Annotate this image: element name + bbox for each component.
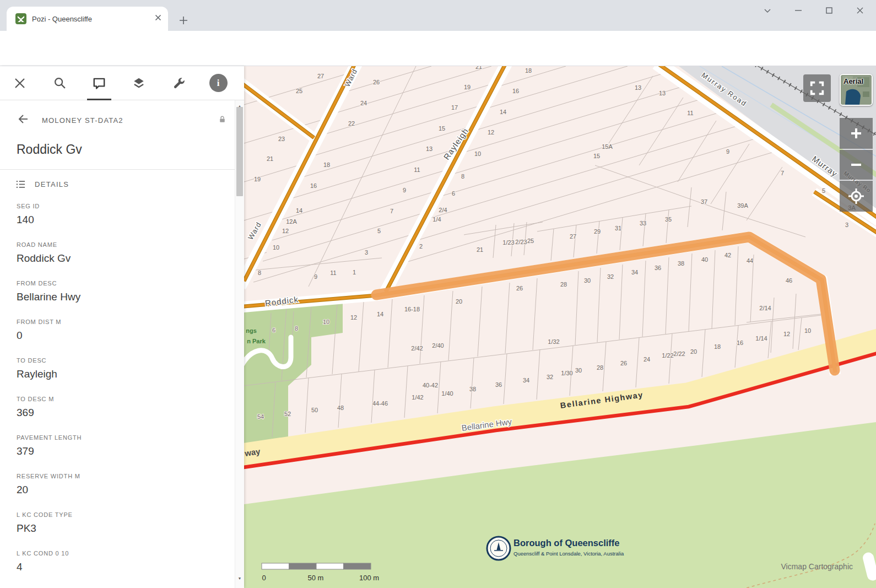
detail-field: ROAD NAME Roddick Gv xyxy=(17,241,218,264)
parcel-number-label: 21 xyxy=(267,155,273,162)
field-value: 20 xyxy=(17,484,218,495)
scrollbar-thumb[interactable] xyxy=(236,107,243,196)
parcel-number-label: 44 xyxy=(747,257,753,264)
new-tab-button[interactable] xyxy=(176,13,191,28)
field-value: Bellarine Hwy xyxy=(17,291,218,303)
parcel-number-label: 10 xyxy=(804,327,811,334)
map-attribution: Vicmap Cartographic xyxy=(781,562,853,571)
parcel-number-label: 16-18 xyxy=(404,306,420,312)
field-label: TO DESC xyxy=(17,357,218,364)
parcel-number-label: 7 xyxy=(390,208,393,214)
svg-text:0: 0 xyxy=(262,574,266,582)
window-chevron-icon[interactable] xyxy=(759,2,776,19)
road-name-label: ngs xyxy=(246,327,257,334)
detail-field: FROM DESC Bellarine Hwy xyxy=(17,279,218,303)
layers-icon[interactable] xyxy=(119,66,159,100)
parcel-number-label: 19 xyxy=(254,176,261,182)
parcel-number-label: 2/23 xyxy=(515,239,527,245)
sidebar-scrollbar[interactable]: ▲ ▼ xyxy=(235,100,244,588)
detail-field: L KC CODE TYPE PK3 xyxy=(17,511,218,534)
parcel-number-label: 27 xyxy=(317,73,324,79)
close-panel-icon[interactable] xyxy=(0,66,40,100)
fullscreen-button[interactable] xyxy=(803,74,831,102)
zoom-out-button[interactable] xyxy=(840,150,873,180)
parcel-number-label: 12 xyxy=(282,228,289,234)
basemap-toggle-button[interactable]: Aerial xyxy=(840,74,873,106)
detail-field: L KC COND 0 10 4 xyxy=(17,549,218,573)
parcel-number-label: 25 xyxy=(296,88,302,94)
parcel-number-label: 39A xyxy=(737,202,748,209)
parcel-number-label: 48 xyxy=(337,404,344,411)
parcel-number-label: 34 xyxy=(631,269,638,276)
tab-close-icon[interactable] xyxy=(154,13,163,24)
detail-field: SEG ID 140 xyxy=(17,202,218,225)
detail-field: PAVEMENT LENGTH 379 xyxy=(17,434,218,457)
parcel-number-label: 8 xyxy=(461,173,464,180)
tools-wrench-icon[interactable] xyxy=(159,66,198,100)
road-name-label: n Park xyxy=(247,338,266,344)
parcel-number-label: 8 xyxy=(295,325,298,332)
field-value: PK3 xyxy=(17,522,218,534)
parcel-number-label: 1/4 xyxy=(432,216,441,223)
parcel-number-label: 13 xyxy=(635,84,641,91)
parcel-number-label: 2/14 xyxy=(759,305,771,311)
scroll-down-icon[interactable]: ▼ xyxy=(235,574,244,582)
feature-title: Roddick Gv xyxy=(0,128,235,170)
search-icon[interactable] xyxy=(40,66,79,100)
parcel-number-label: 54 xyxy=(257,413,264,420)
parcel-number-label: 20 xyxy=(690,348,697,355)
parcel-number-label: 1/42 xyxy=(412,394,423,401)
window-minimize-icon[interactable] xyxy=(790,2,807,19)
parcel-number-label: 12A xyxy=(286,218,297,225)
details-header[interactable]: DETAILS xyxy=(0,170,235,195)
window-maximize-icon[interactable] xyxy=(821,2,837,19)
feature-panel: MOLONEY ST-DATA2 Roddick Gv DETAILS SEG … xyxy=(0,100,235,588)
parcel-number-label: 46 xyxy=(786,277,792,284)
parcel-number-label: 26 xyxy=(373,79,380,85)
browser-tab[interactable]: Pozi - Queenscliffe xyxy=(7,7,168,31)
window-close-icon[interactable] xyxy=(852,2,868,19)
parcel-number-label: 32 xyxy=(547,374,553,380)
parcel-number-label: 1 xyxy=(353,269,356,276)
map-canvas[interactable]: 272523211926242218161412A121089111357911… xyxy=(244,66,876,588)
parcel-number-label: 9 xyxy=(726,148,729,155)
parcel-number-label: 38 xyxy=(678,260,684,267)
parcel-number-label: 13 xyxy=(659,90,666,96)
parcel-number-label: 25 xyxy=(527,238,534,244)
parcel-number-label: 24 xyxy=(644,356,650,363)
parcel-number-label: 38 xyxy=(469,386,476,392)
parcel-number-label: 2/22 xyxy=(673,350,685,357)
svg-text:Queenscliff & Point Lonsdale,: Queenscliff & Point Lonsdale, Victoria, … xyxy=(513,551,624,557)
field-value: Roddick Gv xyxy=(17,252,218,264)
field-label: L KC CODE TYPE xyxy=(17,511,218,519)
geolocate-button[interactable] xyxy=(840,181,873,212)
feature-info-icon[interactable] xyxy=(79,66,119,100)
parcel-number-label: 2 xyxy=(419,243,423,250)
browser-titlebar: Pozi - Queenscliffe xyxy=(0,0,876,31)
parcel-number-label: 31 xyxy=(615,225,621,231)
parcel-number-label: 36 xyxy=(495,381,502,388)
parcel-number-label: 9 xyxy=(403,187,406,193)
browser-toolbar: queenscliffe.enterprise.pozi.com/#/x[144… xyxy=(0,31,876,66)
zoom-in-button[interactable] xyxy=(840,118,873,149)
back-arrow-icon[interactable] xyxy=(17,112,30,128)
parcel-number-label: 6 xyxy=(272,327,275,333)
info-icon[interactable]: i xyxy=(198,66,238,100)
parcel-number-label: 29 xyxy=(594,228,601,235)
parcel-number-label: 16 xyxy=(310,182,317,189)
field-label: FROM DIST M xyxy=(17,318,218,326)
field-value: 0 xyxy=(17,330,218,341)
parcel-number-label: 26 xyxy=(516,285,523,292)
parcel-number-label: 1/14 xyxy=(755,335,767,342)
svg-text:Borough of Queenscliffe: Borough of Queenscliffe xyxy=(513,538,620,548)
parcel-number-label: 5 xyxy=(822,187,825,194)
parcel-number-label: 42 xyxy=(724,252,731,258)
parcel-number-label: 1/23 xyxy=(502,239,514,246)
parcel-number-label: 11 xyxy=(687,110,693,116)
parcel-number-label: 6 xyxy=(452,190,455,197)
parcel-number-label: 12 xyxy=(488,129,494,136)
pozi-favicon-icon xyxy=(15,13,26,24)
tab-title: Pozi - Queenscliffe xyxy=(32,15,154,23)
detail-field: TO DESC M 369 xyxy=(17,395,218,418)
field-label: SEG ID xyxy=(17,202,218,210)
